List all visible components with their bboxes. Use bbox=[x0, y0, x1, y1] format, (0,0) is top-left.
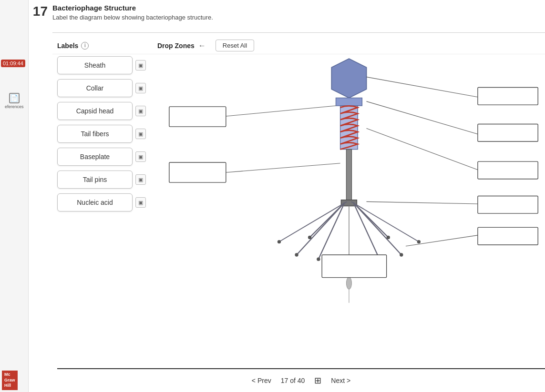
label-item-collar: Collar ▣ bbox=[57, 79, 157, 97]
label-item-sheath: Sheath ▣ bbox=[57, 56, 157, 74]
nucleic-acid-info-icon[interactable]: ▣ bbox=[135, 197, 146, 208]
label-item-tail-pins: Tail pins ▣ bbox=[57, 171, 157, 189]
drop-zone-right-2 bbox=[478, 124, 538, 141]
drop-zones-title: Drop Zones bbox=[157, 42, 195, 50]
svg-line-29 bbox=[367, 201, 478, 204]
drop-zones-header: Drop Zones ← Reset All bbox=[157, 40, 254, 51]
capsid-head-label[interactable]: Capsid head bbox=[57, 102, 133, 120]
sheath-label[interactable]: Sheath bbox=[57, 56, 133, 74]
question-title: Bacteriophage Structure bbox=[52, 4, 535, 12]
svg-line-9 bbox=[353, 202, 401, 255]
label-item-nucleic-acid: Nucleic acid ▣ bbox=[57, 193, 157, 211]
label-item-capsid-head: Capsid head ▣ bbox=[57, 102, 157, 120]
drop-zone-bottom-1 bbox=[322, 255, 386, 278]
tail-pins-info-icon[interactable]: ▣ bbox=[135, 174, 146, 185]
main-content: 17 Bacteriophage Structure Label the dia… bbox=[29, 0, 545, 392]
panel-header: Labels i Drop Zones ← Reset All bbox=[52, 37, 545, 54]
capsid-head-info-icon[interactable]: ▣ bbox=[135, 106, 146, 116]
grid-icon[interactable]: ⊞ bbox=[314, 375, 321, 386]
svg-point-14 bbox=[295, 253, 298, 256]
drop-zone-left-1 bbox=[169, 107, 226, 127]
navigation-footer: < Prev 17 of 40 ⊞ Next > bbox=[57, 368, 545, 392]
question-number: 17 bbox=[29, 4, 48, 19]
references-section: 📄 eferences bbox=[5, 93, 24, 109]
labels-header: Labels i bbox=[52, 42, 157, 50]
svg-line-11 bbox=[279, 201, 347, 241]
svg-point-16 bbox=[278, 240, 281, 243]
drop-zone-left-2 bbox=[169, 162, 226, 182]
collar-label[interactable]: Collar bbox=[57, 79, 133, 97]
svg-rect-1 bbox=[336, 98, 362, 106]
nucleic-acid-label[interactable]: Nucleic acid bbox=[57, 193, 133, 211]
question-instruction: Label the diagram below showing bacterio… bbox=[52, 14, 535, 21]
sheath-info-icon[interactable]: ▣ bbox=[135, 60, 146, 70]
arrow-back-icon: ← bbox=[198, 41, 206, 50]
label-item-tail-fibers: Tail fibers ▣ bbox=[57, 125, 157, 143]
title-area: Bacteriophage Structure Label the diagra… bbox=[52, 4, 535, 21]
svg-point-18 bbox=[400, 253, 403, 256]
next-button[interactable]: Next > bbox=[331, 377, 350, 384]
drop-zone-right-4 bbox=[478, 196, 538, 213]
svg-line-25 bbox=[226, 163, 340, 172]
svg-point-13 bbox=[308, 236, 311, 239]
svg-line-24 bbox=[226, 106, 336, 116]
reset-all-button[interactable]: Reset All bbox=[216, 40, 254, 51]
svg-marker-0 bbox=[331, 59, 366, 98]
timer: 01:09:44 bbox=[1, 60, 25, 67]
prev-button[interactable]: < Prev bbox=[252, 377, 271, 384]
labels-column: Sheath ▣ Collar ▣ Capsid head ▣ Tail fib… bbox=[52, 56, 157, 211]
svg-point-20 bbox=[417, 240, 421, 243]
tail-fibers-info-icon[interactable]: ▣ bbox=[135, 129, 146, 139]
svg-line-12 bbox=[351, 201, 419, 241]
svg-line-6 bbox=[297, 202, 345, 255]
sidebar: 01:09:44 📄 eferences bbox=[0, 0, 29, 392]
tail-pins-label[interactable]: Tail pins bbox=[57, 171, 133, 189]
svg-line-26 bbox=[367, 77, 478, 97]
drop-zone-right-1 bbox=[478, 88, 538, 105]
drop-zone-right-5 bbox=[478, 227, 538, 245]
svg-point-15 bbox=[317, 258, 320, 261]
diagram-area bbox=[157, 54, 545, 368]
collar-info-icon[interactable]: ▣ bbox=[135, 83, 146, 93]
svg-point-17 bbox=[387, 236, 390, 239]
header-divider bbox=[52, 32, 545, 33]
drop-zone-right-3 bbox=[478, 161, 538, 179]
references-label: eferences bbox=[5, 104, 24, 109]
svg-rect-3 bbox=[346, 150, 351, 202]
tail-fibers-label[interactable]: Tail fibers bbox=[57, 125, 133, 143]
info-icon[interactable]: i bbox=[81, 42, 89, 50]
labels-title: Labels bbox=[57, 42, 78, 50]
references-icon[interactable]: 📄 bbox=[9, 93, 20, 103]
next-label: Next > bbox=[331, 377, 350, 384]
label-item-baseplate: Baseplate ▣ bbox=[57, 148, 157, 166]
svg-line-28 bbox=[367, 129, 478, 170]
svg-line-27 bbox=[367, 101, 478, 134]
mcgraw-hill-logo: Mc Graw Hill bbox=[2, 371, 18, 390]
baseplate-label[interactable]: Baseplate bbox=[57, 148, 133, 166]
svg-point-22 bbox=[346, 277, 351, 290]
prev-label: < Prev bbox=[252, 377, 271, 384]
page-info: 17 of 40 bbox=[281, 377, 305, 384]
diagram-svg bbox=[157, 54, 545, 368]
baseplate-info-icon[interactable]: ▣ bbox=[135, 151, 146, 162]
